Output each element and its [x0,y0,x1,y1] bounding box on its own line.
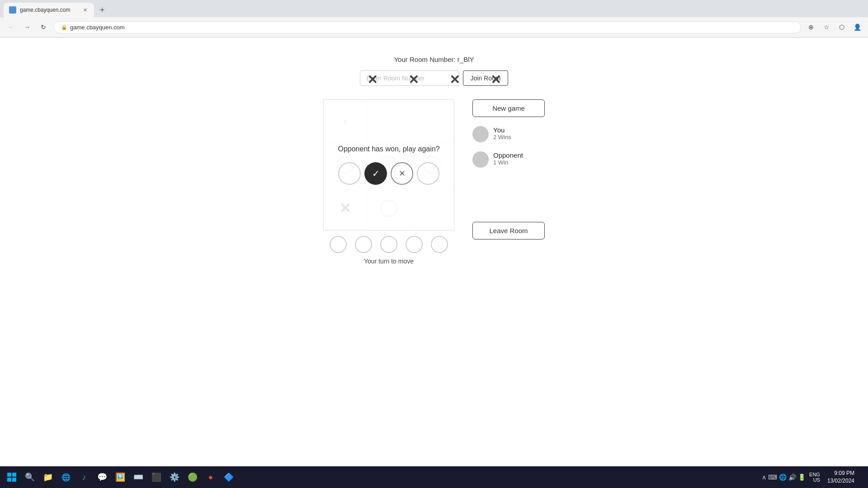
taskbar-app-6[interactable]: ⚙️ [166,469,183,485]
chevron-up-icon[interactable]: ∧ [762,474,766,481]
opponent-info: Opponent 1 Win [493,151,523,166]
tab-title: game.cbayquen.com [20,7,78,13]
floating-x-2: ✕ [408,72,419,87]
floating-x-4: ✕ [491,72,501,87]
confirm-play-again-btn[interactable]: ✓ [364,162,387,185]
lock-icon: 🔒 [61,24,67,30]
back-btn[interactable]: ← [5,21,17,33]
windows-icon [7,473,16,482]
address-bar[interactable]: 🔒 game.cbayquen.com [53,21,801,33]
address-text: game.cbayquen.com [70,24,125,31]
leave-room-btn[interactable]: Leave Room [472,222,545,239]
opponent-name: Opponent [493,151,523,159]
new-game-btn[interactable]: New game [472,99,545,117]
you-info: You 2 Wins [493,126,511,141]
bottom-circle-3[interactable] [380,236,397,253]
overlay-buttons: ✓ ✕ [338,162,439,185]
bookmark-btn[interactable]: ☆ [820,21,833,33]
taskbar-app-8[interactable]: 🔷 [221,469,237,485]
volume-icon[interactable]: 🔊 [788,474,796,481]
lang-text: ENG [809,472,820,477]
bottom-circle-1[interactable] [330,236,347,253]
taskbar-lang[interactable]: ENG US [809,472,820,483]
reload-btn[interactable]: ↻ [37,21,50,33]
new-tab-btn[interactable]: + [96,4,108,16]
taskbar-terminal[interactable]: ⬛ [148,469,165,485]
active-tab[interactable]: game.cbayquen.com ✕ [4,3,94,17]
tab-bar: game.cbayquen.com ✕ + [0,0,868,17]
board-overlay: Opponent has won, play again? ✓ ✕ [324,100,454,230]
clock-date: 13/02/2024 [827,477,854,485]
taskbar-vscode[interactable]: ⌨️ [130,469,146,485]
bottom-circle-4[interactable] [406,236,423,253]
taskbar-clock[interactable]: 9:09 PM 13/02/2024 [824,468,858,487]
extensions-btn[interactable]: ⬡ [835,21,848,33]
you-player-card: You 2 Wins [472,126,545,142]
svg-rect-2 [7,478,11,482]
bottom-circles [323,236,454,253]
opponent-avatar [472,151,489,168]
taskbar-right: ∧ ⌨ 🌐 🔊 🔋 ENG US 9:09 PM 13/02/2024 [762,468,864,487]
bottom-circle-2[interactable] [355,236,372,253]
taskbar-spotify[interactable]: ♪ [76,469,92,485]
page-content: Your Room Number: r_BlY Join Room ✕ ✕ ✕ … [0,38,868,466]
opponent-player-card: Opponent 1 Win [472,151,545,168]
taskbar-chrome[interactable]: ● [203,469,219,485]
taskbar-search[interactable]: 🔍 [22,469,38,485]
profile-btn[interactable]: 👤 [851,21,863,33]
tab-close-btn[interactable]: ✕ [81,6,89,14]
nav-bar: ← → ↻ 🔒 game.cbayquen.com ⊕ ☆ ⬡ 👤 [0,17,868,37]
room-number-label: Your Room Number: r_BlY [394,56,474,63]
floating-x-3: ✕ [449,72,460,87]
floating-x-1: ✕ [367,72,377,87]
taskbar-discord[interactable]: 💬 [94,469,110,485]
taskbar-photo[interactable]: 🖼️ [112,469,128,485]
clock-time: 9:09 PM [827,469,854,477]
you-wins: 2 Wins [493,134,511,141]
svg-rect-0 [7,473,11,477]
svg-rect-3 [12,478,16,482]
taskbar-app-7[interactable]: 🟢 [184,469,201,485]
nav-right-icons: ⊕ ☆ ⬡ 👤 [805,21,863,33]
battery-icon[interactable]: 🔋 [798,474,806,481]
overlay-o-left[interactable] [338,162,361,185]
svg-rect-1 [12,473,16,477]
taskbar-files[interactable]: 📁 [40,469,56,485]
you-avatar [472,126,489,142]
keyboard-icon[interactable]: ⌨ [768,474,777,481]
sidebar: New game You 2 Wins Opponent 1 Win Leav [472,99,545,239]
start-button[interactable] [4,469,20,485]
network-icon[interactable]: 🌐 [779,474,787,481]
bottom-circle-5[interactable] [431,236,448,253]
zoom-btn[interactable]: ⊕ [805,21,817,33]
browser-chrome: game.cbayquen.com ✕ + ← → ↻ 🔒 game.cbayq… [0,0,868,38]
decline-play-again-btn[interactable]: ✕ [391,162,413,185]
system-tray: ∧ ⌨ 🌐 🔊 🔋 [762,474,806,481]
tab-favicon [9,6,16,14]
game-board: ✕ Opponent has won, play again? ✓ ✕ [323,99,454,230]
floating-x-row: ✕ ✕ ✕ ✕ [323,72,545,87]
board-container: ✕ Opponent has won, play again? ✓ ✕ [323,99,454,265]
game-wrapper: ✕ ✕ ✕ ✕ [323,99,545,265]
you-name: You [493,126,511,134]
game-area: ✕ Opponent has won, play again? ✓ ✕ [323,99,545,265]
forward-btn[interactable]: → [21,21,33,33]
turn-text: Your turn to move [323,258,454,265]
opponent-wins: 1 Win [493,159,523,166]
country-text: US [809,477,820,483]
overlay-message: Opponent has won, play again? [338,145,439,153]
taskbar-edge[interactable]: 🌐 [58,469,74,485]
overlay-o-right[interactable] [417,162,439,185]
taskbar: 🔍 📁 🌐 ♪ 💬 🖼️ ⌨️ ⬛ ⚙️ 🟢 ● 🔷 ∧ ⌨ 🌐 🔊 🔋 ENG… [0,466,868,488]
